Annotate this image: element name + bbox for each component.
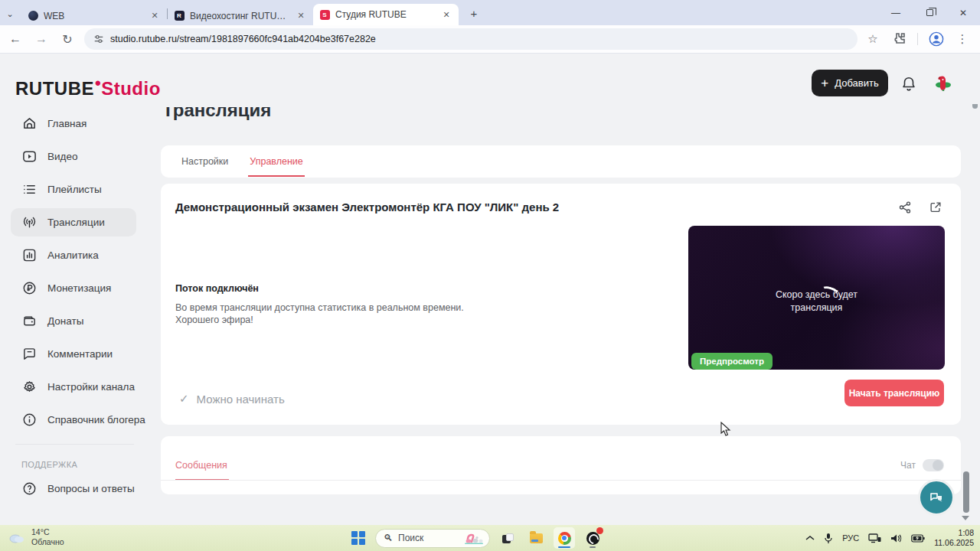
start-button[interactable]: [348, 528, 368, 548]
stream-preview-player[interactable]: Скоро здесь будет трансляция Предпросмот…: [688, 226, 945, 370]
obs-taskbar-button[interactable]: [582, 527, 603, 549]
ruble-circle-icon: [21, 281, 37, 296]
close-tab-icon[interactable]: ✕: [295, 10, 307, 22]
taskbar-search[interactable]: 🔍︎ Поиск: [375, 529, 490, 548]
start-stream-button[interactable]: Начать трансляцию: [844, 380, 944, 406]
back-icon[interactable]: ←: [5, 28, 26, 50]
active-app-indicator: [558, 546, 570, 549]
sidebar-item-blogger-guide[interactable]: Справочник блогера: [0, 403, 149, 436]
sidebar-item-analytics[interactable]: Аналитика: [0, 239, 149, 272]
info-icon: [21, 412, 37, 428]
tray-expand-chevron-icon[interactable]: [805, 535, 815, 541]
tab-messages[interactable]: Сообщения: [175, 460, 227, 471]
sidebar-item-faq[interactable]: Вопросы и ответы: [0, 472, 149, 505]
add-button[interactable]: + Добавить: [812, 70, 888, 96]
sidebar-item-donations[interactable]: Донаты: [0, 305, 149, 337]
rutube-tab-favicon: R: [174, 11, 185, 21]
stream-status-title: Поток подключён: [175, 283, 650, 294]
forward-icon[interactable]: →: [31, 28, 52, 50]
rutube-studio-logo[interactable]: RUTUBE•Studio: [15, 73, 161, 99]
preview-placeholder-text: Скоро здесь будет трансляция: [688, 289, 945, 315]
tab-title: WEB: [44, 11, 144, 21]
task-view-button[interactable]: [497, 527, 518, 549]
sidebar-item-streams[interactable]: Трансляции: [0, 206, 149, 239]
web-tab-favicon: [28, 11, 38, 21]
stream-status-text: Хорошего эфира!: [175, 314, 650, 326]
window-minimize-button[interactable]: —: [879, 0, 913, 25]
support-chat-fab[interactable]: [918, 479, 955, 516]
sidebar-item-comments[interactable]: Комментарии: [0, 337, 149, 370]
sidebar-item-video[interactable]: Видео: [0, 140, 149, 173]
screen: ⌄ WEB ✕ R Видеохостинг RUTUBE. Смотр ✕ S…: [0, 0, 980, 551]
external-link-icon[interactable]: [929, 201, 942, 214]
url-input[interactable]: studio.rutube.ru/stream/1981897660fc941a…: [110, 34, 376, 44]
chrome-taskbar-button[interactable]: [554, 527, 575, 549]
taskbar-clock[interactable]: 1:08 11.06.2025: [934, 528, 974, 548]
sidebar-item-home[interactable]: Главная: [0, 107, 149, 140]
extensions-icon[interactable]: [891, 31, 906, 47]
network-icon[interactable]: [868, 533, 881, 543]
question-icon: [21, 481, 37, 497]
browser-tab-web[interactable]: WEB ✕: [21, 6, 167, 25]
scrollbar-down-arrow[interactable]: [962, 516, 969, 520]
task-view-icon: [502, 533, 514, 543]
volume-icon[interactable]: [890, 533, 902, 543]
sidebar-item-monetization[interactable]: Монетизация: [0, 272, 149, 305]
chat-toggle[interactable]: [923, 459, 944, 471]
new-tab-button[interactable]: +: [465, 4, 483, 22]
browser-tab-rutube[interactable]: R Видеохостинг RUTUBE. Смотр ✕: [168, 6, 313, 25]
taskbar-weather-widget[interactable]: 14°C Облачно: [8, 527, 64, 547]
user-avatar[interactable]: [933, 73, 953, 93]
folder-icon: [530, 533, 543, 543]
logo-dot: •: [95, 73, 101, 93]
clock-date: 11.06.2025: [934, 538, 974, 548]
url-bar[interactable]: studio.rutube.ru/stream/1981897660fc941a…: [84, 28, 858, 50]
sidebar: Главная Видео Плейлисты Трансляции: [0, 107, 149, 505]
browser-tab-studio-active[interactable]: S Студия RUTUBE ✕: [313, 4, 459, 25]
messages-divider: [161, 480, 961, 481]
taskbar: 14°C Облачно 🔍︎ Поиск: [0, 525, 980, 551]
share-icon[interactable]: [898, 201, 912, 214]
file-explorer-button[interactable]: [525, 527, 547, 549]
sidebar-item-channel-settings[interactable]: Настройки канала: [0, 370, 149, 403]
messages-card: Сообщения Чат: [161, 436, 961, 494]
running-app-indicator: [590, 546, 596, 549]
tab-search-icon[interactable]: ⌄: [3, 7, 17, 21]
bookmark-star-icon[interactable]: ☆: [865, 31, 880, 47]
stream-status-text: Во время трансляции доступна статистика …: [175, 302, 650, 314]
clock-time: 1:08: [934, 528, 974, 538]
app-header: RUTUBE•Studio + Добавить: [0, 54, 980, 104]
window-restore-button[interactable]: [913, 0, 946, 25]
stream-ready-status: ✓ Можно начинать: [179, 392, 285, 406]
browser-toolbar: ← → ↻ studio.rutube.ru/stream/1981897660…: [0, 25, 980, 54]
close-tab-icon[interactable]: ✕: [149, 10, 161, 22]
tab-title: Студия RUTUBE: [335, 9, 436, 20]
microphone-icon[interactable]: [824, 533, 833, 544]
studio-tab-favicon: S: [319, 9, 330, 20]
content-scrollbar-thumb[interactable]: [963, 471, 969, 513]
chat-toggle-label: Чат: [900, 460, 916, 471]
tab-title: Видеохостинг RUTUBE. Смотр: [190, 11, 290, 21]
profile-icon[interactable]: [929, 31, 944, 47]
sidebar-item-playlists[interactable]: Плейлисты: [0, 173, 149, 206]
home-icon: [21, 116, 37, 132]
language-indicator[interactable]: РУС: [842, 533, 859, 543]
reload-icon[interactable]: ↻: [57, 28, 78, 50]
site-settings-icon[interactable]: [93, 34, 104, 44]
toolbar-divider: [917, 33, 918, 45]
window-close-button[interactable]: ✕: [946, 0, 980, 25]
tab-management[interactable]: Управление: [250, 146, 303, 177]
parrot-avatar-image: [933, 73, 953, 93]
wallet-icon: [21, 314, 37, 329]
battery-icon[interactable]: [911, 534, 925, 543]
comment-icon: [21, 347, 37, 362]
sidebar-section-support: ПОДДЕРЖКА: [0, 445, 149, 472]
windows-logo-icon: [351, 531, 365, 545]
cloud-icon: [8, 530, 26, 544]
close-tab-icon[interactable]: ✕: [440, 8, 452, 21]
video-icon: [21, 149, 37, 165]
tab-settings[interactable]: Настройки: [181, 146, 228, 177]
notifications-bell-icon[interactable]: [900, 75, 917, 92]
browser-menu-icon[interactable]: ⋮: [955, 31, 970, 47]
weather-condition: Облачно: [31, 537, 64, 547]
